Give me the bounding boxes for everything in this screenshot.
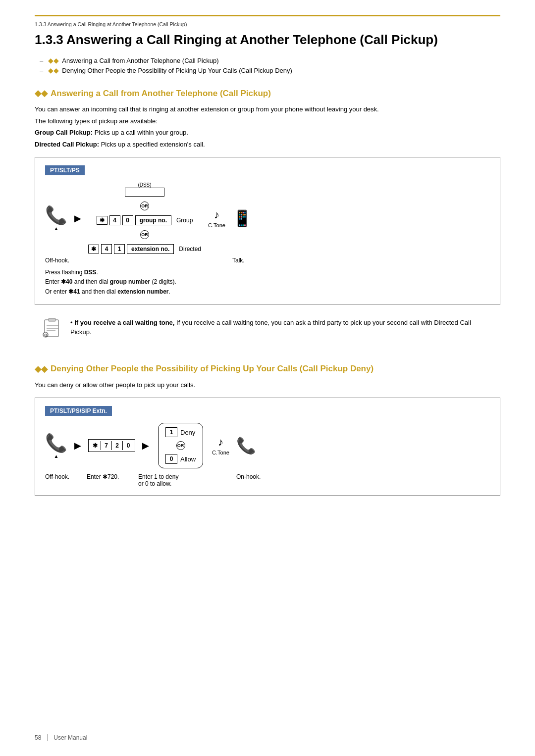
footer-label: User Manual xyxy=(54,734,87,741)
talk-col: 📱 xyxy=(232,209,252,228)
diamond-icon-2: ◆◆ xyxy=(48,66,59,74)
footer-divider xyxy=(47,734,48,741)
up-arrow-symbol: ▲ xyxy=(54,226,59,231)
enter-deny-label: Enter 1 to deny or 0 to allow. xyxy=(138,473,198,487)
deny-allow-container: 1 Deny OR 0 Allow xyxy=(156,423,205,468)
dss-group: (DSS) OR ✱ 4 0 group no. Group xyxy=(88,182,201,254)
key-4-1: 4 xyxy=(109,215,120,225)
page: 1.3.3 Answering a Call Ringing at Anothe… xyxy=(0,0,535,756)
seq-row-directed: ✱ 4 1 extension no. Directed xyxy=(88,244,201,254)
svg-rect-1 xyxy=(49,318,55,321)
key-seq-720: ✱ 7 2 0 xyxy=(88,439,135,452)
arrow-2: ▶ xyxy=(74,440,81,451)
or-circle-2: OR xyxy=(140,230,149,239)
phone-symbol: 📞 xyxy=(45,205,67,226)
flow-row-1: 📞 ▲ ▶ (DSS) OR xyxy=(45,182,490,254)
phone-symbol-2: 📞 xyxy=(45,433,67,454)
section-1: ◆◆ Answering a Call from Another Telepho… xyxy=(35,88,500,349)
enter-star720-label: Enter ✱720. xyxy=(87,473,131,480)
page-number: 58 xyxy=(35,734,41,741)
instruction-box-2: PT/SLT/PS/SIP Extn. 📞 ▲ ▶ ✱ 7 2 0 xyxy=(35,398,500,496)
group-label: Group xyxy=(176,217,193,224)
notepad-svg: Q xyxy=(42,318,63,340)
box-header-2: PT/SLT/PS/SIP Extn. xyxy=(45,406,112,416)
section-2-desc: You can deny or allow other people to pi… xyxy=(35,380,500,390)
step-notes: Press flashing DSS. Enter ✱40 and then d… xyxy=(45,268,490,297)
flow-row-2: 📞 ▲ ▶ ✱ 7 2 0 ▶ xyxy=(45,423,490,468)
allow-row: 0 Allow xyxy=(165,454,196,464)
star-key-720: ✱ xyxy=(90,441,101,450)
deny-allow-bracket: 1 Deny OR 0 Allow xyxy=(158,423,203,468)
star-key-1: ✱ xyxy=(97,216,107,225)
page-title: 1.3.3 Answering a Call Ringing at Anothe… xyxy=(35,32,500,48)
toc-item-1: ◆◆ Answering a Call from Another Telepho… xyxy=(40,56,500,64)
svg-text:Q: Q xyxy=(45,333,48,337)
ctone-col: ♪ C.Tone xyxy=(208,208,225,228)
group-no-key: group no. xyxy=(135,215,171,225)
box-header-1: PT/SLT/PS xyxy=(45,165,85,175)
key-0-720: 0 xyxy=(123,441,134,450)
key-7: 7 xyxy=(101,441,112,450)
phone-col: 📞 ▲ xyxy=(45,205,67,231)
onhook-col: 📞 xyxy=(236,436,256,455)
diamonds-1: ◆◆ xyxy=(35,88,48,99)
onhook-symbol: 📞 xyxy=(236,436,256,455)
key-1-deny: 1 xyxy=(165,427,177,437)
up-arrow-2: ▲ xyxy=(54,454,59,459)
star-key-2: ✱ xyxy=(88,245,99,253)
diamonds-2: ◆◆ xyxy=(35,364,48,374)
dss-container: (DSS) xyxy=(125,182,164,197)
flow-labels-2: Off-hook. Enter ✱720. Enter 1 to deny or… xyxy=(45,473,490,487)
offhook-label: Off-hook. xyxy=(45,257,80,264)
key-4-2: 4 xyxy=(101,244,112,254)
phone-icon-2: 📞 ▲ xyxy=(45,433,67,459)
breadcrumb: 1.3.3 Answering a Call Ringing at Anothe… xyxy=(35,19,500,27)
section-1-desc: You can answer an incoming call that is … xyxy=(35,104,500,149)
note-text: • If you receive a call waiting tone, If… xyxy=(70,318,493,337)
key-0-allow: 0 xyxy=(165,454,177,464)
extension-no-key: extension no. xyxy=(127,244,174,254)
arrow-1: ▶ xyxy=(74,213,81,224)
ctone-col-2: ♪ C.Tone xyxy=(212,436,229,455)
offhook-label-2: Off-hook. xyxy=(45,473,80,480)
dss-box xyxy=(125,188,164,197)
page-footer: 58 User Manual xyxy=(35,734,87,741)
or-circle-deny: OR xyxy=(165,440,196,451)
toc-item-2: ◆◆ Denying Other People the Possibility … xyxy=(40,66,500,74)
or-deny: OR xyxy=(176,441,185,450)
talk-label: Talk. xyxy=(232,257,245,264)
ctone-symbol-2: ♪ xyxy=(218,436,223,449)
arrow-3: ▶ xyxy=(142,440,149,451)
top-bar xyxy=(35,15,500,16)
note-box: Q • If you receive a call waiting tone, … xyxy=(35,313,500,349)
toc-list: ◆◆ Answering a Call from Another Telepho… xyxy=(35,56,500,74)
section-2: ◆◆ Denying Other People the Possibility … xyxy=(35,364,500,496)
talk-symbol: 📱 xyxy=(232,209,252,228)
diamond-icon-1: ◆◆ xyxy=(48,56,59,64)
onhook-label: On-hook. xyxy=(236,473,261,480)
ctone-symbol: ♪ xyxy=(214,208,219,221)
section-1-title: ◆◆ Answering a Call from Another Telepho… xyxy=(35,88,500,99)
key-1-1: 1 xyxy=(114,244,125,254)
seq-row-group: ✱ 4 0 group no. Group xyxy=(97,215,193,225)
key-2: 2 xyxy=(112,441,123,450)
phone-icon: 📞 ▲ xyxy=(45,205,67,231)
deny-row: 1 Deny xyxy=(165,427,196,437)
directed-label: Directed xyxy=(179,246,201,252)
section-2-title: ◆◆ Denying Other People the Possibility … xyxy=(35,364,500,374)
flow-labels: Off-hook. Talk. xyxy=(45,257,490,264)
note-icon: Q xyxy=(42,318,63,344)
key-0-1: 0 xyxy=(122,215,133,225)
or-circle-1: OR xyxy=(140,202,149,210)
phone-col-2: 📞 ▲ xyxy=(45,433,67,459)
instruction-box-1: PT/SLT/PS 📞 ▲ ▶ (DSS) xyxy=(35,157,500,305)
